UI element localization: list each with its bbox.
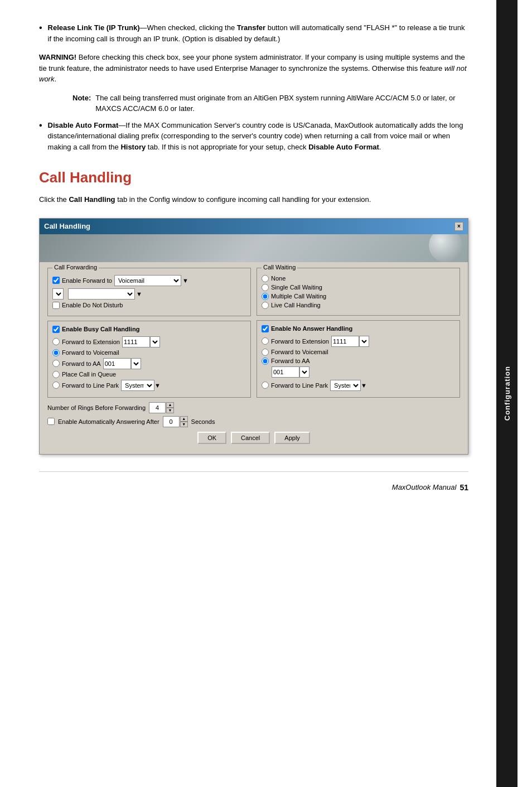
- call-waiting-live-row: Live Call Handling: [262, 302, 455, 309]
- no-ans-park-label: Forward to Line Park: [271, 382, 328, 389]
- no-ans-park-select[interactable]: System: [330, 380, 361, 391]
- configuration-sidebar-tab: Configuration: [496, 0, 518, 787]
- cancel-button[interactable]: Cancel: [231, 432, 270, 444]
- no-answer-handling-group: Enable No Answer Handling Forward to Ext…: [257, 320, 460, 398]
- auto-answer-checkbox[interactable]: [47, 418, 55, 425]
- seconds-label: Seconds: [191, 418, 215, 425]
- dialog-footer: OK Cancel Apply: [47, 427, 460, 448]
- no-ans-aa-radio[interactable]: [262, 358, 269, 365]
- dialog-body: Call Forwarding Enable Forward to Voicem…: [40, 262, 468, 454]
- no-ans-ext-radio[interactable]: [262, 337, 269, 345]
- term-release-link-tie: Release Link Tie (IP Trunk): [48, 23, 140, 32]
- second-forward-select2[interactable]: [68, 288, 135, 300]
- disable-auto-format-bold: Disable Auto Format: [308, 143, 379, 151]
- enable-no-answer-label: Enable No Answer Handling: [271, 325, 352, 332]
- call-waiting-multiple-row: Multiple Call Waiting: [262, 293, 455, 300]
- call-waiting-single-label: Single Call Waiting: [271, 284, 322, 291]
- busy-forward-aa-row: Forward to AA ▼: [52, 358, 246, 369]
- call-waiting-none-row: None: [262, 275, 455, 282]
- call-waiting-group: Call Waiting None Single Call Waiting: [257, 268, 460, 316]
- warning-italic: will not work: [39, 64, 467, 84]
- no-ans-ext-input[interactable]: [331, 336, 359, 347]
- dialog-right-column: Call Waiting None Single Call Waiting: [257, 268, 460, 427]
- call-waiting-single-radio[interactable]: [262, 284, 269, 291]
- rings-down-btn[interactable]: ▼: [166, 408, 174, 413]
- enable-forward-checkbox[interactable]: [52, 277, 60, 284]
- auto-answer-down-btn[interactable]: ▼: [180, 422, 188, 427]
- call-forwarding-title: Call Forwarding: [52, 264, 99, 271]
- busy-line-park-select[interactable]: System: [121, 380, 154, 391]
- note-label: Note:: [72, 93, 91, 104]
- no-ans-ext-select[interactable]: ▼: [359, 336, 369, 347]
- rings-input[interactable]: [149, 402, 166, 413]
- enable-dnd-label: Enable Do Not Disturb: [62, 302, 123, 308]
- busy-forward-vm-radio[interactable]: [52, 349, 60, 356]
- sidebar-tab-label: Configuration: [503, 366, 511, 421]
- note-block: Note: The call being transferred must or…: [72, 93, 468, 114]
- call-waiting-single-row: Single Call Waiting: [262, 284, 455, 291]
- dialog-header-circle: [429, 234, 462, 262]
- no-ans-vm-label: Forward to Voicemail: [271, 349, 328, 355]
- footer-page-number: 51: [460, 483, 468, 492]
- busy-forward-aa-radio[interactable]: [52, 360, 60, 367]
- busy-forward-voicemail-row: Forward to Voicemail: [52, 349, 246, 356]
- bullet-text-2: Disable Auto Format—If the MAX Communica…: [48, 120, 468, 153]
- call-waiting-multiple-label: Multiple Call Waiting: [271, 293, 326, 300]
- enable-busy-label: Enable Busy Call Handling: [62, 326, 139, 332]
- bullet-item-2: • Disable Auto Format—If the MAX Communi…: [39, 120, 468, 153]
- page-footer: MaxOutlook Manual 51: [39, 471, 468, 503]
- no-ans-ext-label: Forward to Extension: [271, 338, 329, 345]
- busy-forward-aa-label: Forward to AA: [62, 360, 101, 367]
- enable-no-answer-checkbox[interactable]: [262, 325, 269, 332]
- enable-forward-label: Enable Forward to: [62, 277, 112, 284]
- busy-aa-select[interactable]: ▼: [131, 358, 141, 369]
- dialog-close-button[interactable]: ×: [454, 222, 463, 231]
- ok-button[interactable]: OK: [197, 432, 226, 444]
- second-forward-select1[interactable]: [52, 288, 64, 300]
- no-ans-aa-input[interactable]: [272, 366, 299, 378]
- bullet-dot-2: •: [39, 120, 42, 131]
- forward-destination-select[interactable]: Voicemail Extension AA Line Park: [114, 275, 181, 286]
- dialog-left-column: Call Forwarding Enable Forward to Voicem…: [47, 268, 251, 427]
- enable-busy-checkbox[interactable]: [52, 326, 60, 333]
- busy-line-park-radio[interactable]: [52, 382, 60, 389]
- rings-row: Number of Rings Before Forwarding ▲ ▼: [47, 402, 251, 413]
- bullet-item-1: • Release Link Tie (IP Trunk)—When check…: [39, 22, 468, 44]
- call-waiting-live-radio[interactable]: [262, 302, 269, 309]
- call-waiting-title: Call Waiting: [262, 264, 297, 271]
- no-ans-forward-vm-row: Forward to Voicemail: [262, 349, 455, 356]
- busy-forward-vm-label: Forward to Voicemail: [62, 349, 119, 356]
- busy-ext-select[interactable]: ▼: [150, 336, 160, 347]
- enable-dnd-checkbox[interactable]: [52, 302, 60, 309]
- busy-forward-ext-radio[interactable]: [52, 338, 60, 345]
- busy-extension-input[interactable]: [122, 336, 150, 347]
- no-ans-vm-radio[interactable]: [262, 349, 269, 356]
- auto-answer-up-btn[interactable]: ▲: [180, 416, 188, 422]
- dialog-window: Call Handling × Call Forwarding: [39, 218, 468, 455]
- dialog-titlebar-left: Call Handling: [44, 222, 90, 230]
- warning-block: WARNING! Before checking this check box,…: [39, 52, 468, 85]
- auto-answer-input[interactable]: [163, 416, 180, 427]
- busy-queue-label: Place Call in Queue: [62, 371, 116, 378]
- rings-up-btn[interactable]: ▲: [166, 402, 174, 408]
- term-disable-auto-format: Disable Auto Format: [48, 121, 119, 129]
- busy-park-arrow: ▼: [154, 382, 161, 389]
- call-waiting-live-label: Live Call Handling: [271, 302, 321, 308]
- busy-line-park-label: Forward to Line Park: [62, 382, 119, 389]
- auto-answer-row: Enable Automatically Answering After ▲ ▼…: [47, 416, 251, 427]
- enable-no-answer-row: Enable No Answer Handling: [262, 325, 455, 332]
- enable-dnd-row: Enable Do Not Disturb: [52, 302, 246, 309]
- bullet-text-1: Release Link Tie (IP Trunk)—When checked…: [48, 22, 468, 44]
- no-ans-park-radio[interactable]: [262, 382, 269, 389]
- call-forwarding-group: Call Forwarding Enable Forward to Voicem…: [47, 268, 251, 316]
- no-ans-aa-select[interactable]: ▼: [299, 366, 309, 378]
- call-waiting-multiple-radio[interactable]: [262, 293, 269, 300]
- busy-aa-input[interactable]: [103, 358, 131, 369]
- busy-forward-ext-label: Forward to Extension: [62, 339, 120, 345]
- dialog-title: Call Handling: [44, 222, 90, 230]
- apply-button[interactable]: Apply: [274, 432, 310, 444]
- call-waiting-none-radio[interactable]: [262, 275, 269, 282]
- section-heading: Call Handling: [39, 169, 468, 186]
- rings-spinner: ▲ ▼: [149, 402, 174, 413]
- busy-queue-radio[interactable]: [52, 371, 60, 378]
